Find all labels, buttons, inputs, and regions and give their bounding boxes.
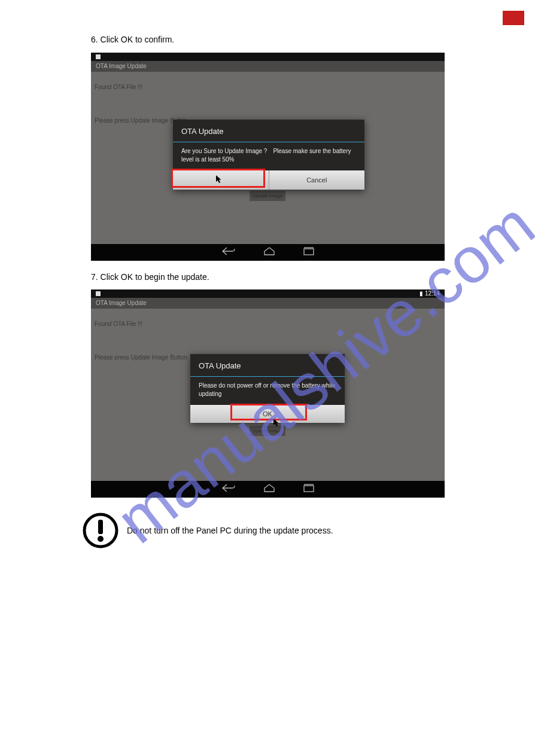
step-7-text: 7. Click OK to begin the update.	[91, 272, 209, 282]
status-icon	[96, 291, 101, 296]
dialog-button-row: OK Cancel	[173, 170, 364, 190]
cancel-button[interactable]: Cancel	[269, 170, 365, 190]
clock-text: 12:14	[425, 290, 440, 297]
recent-icon[interactable]	[303, 247, 314, 258]
back-icon[interactable]	[222, 247, 235, 258]
dialog-title: OTA Update	[199, 361, 336, 370]
nav-icons	[222, 247, 314, 258]
status-bar	[91, 53, 445, 61]
cursor-icon	[273, 419, 279, 429]
home-icon[interactable]	[264, 484, 275, 495]
found-file-text: Found OTA File !!!	[95, 84, 142, 90]
screenshot-1: OTA Image Update Found OTA File !!! Plea…	[91, 53, 445, 261]
status-icon	[96, 54, 101, 59]
app-title-bar: OTA Image Update	[91, 61, 445, 72]
nav-icons	[222, 484, 314, 495]
dialog-body: Please do not power off or remove the ba…	[190, 377, 345, 405]
dialog-button-row: OK	[190, 405, 345, 423]
update-image-button[interactable]: Update Image	[250, 426, 285, 436]
nav-bar	[91, 481, 445, 498]
warning-icon	[83, 513, 118, 548]
svg-rect-2	[304, 486, 314, 492]
dialog-title: OTA Update	[181, 127, 356, 136]
ota-confirm-dialog: OTA Update Are you Sure to Update Image …	[173, 120, 364, 190]
svg-point-6	[98, 536, 104, 542]
screenshot-2: ▮ 12:14 OTA Image Update Found OTA File …	[91, 289, 445, 498]
cursor-icon	[216, 175, 222, 185]
svg-rect-0	[304, 249, 314, 255]
dialog-header: OTA Update	[190, 354, 345, 373]
page-corner-badge	[503, 11, 524, 25]
cancel-label: Cancel	[306, 176, 327, 184]
step-6-text: 6. Click OK to confirm.	[91, 35, 174, 44]
dialog-header: OTA Update	[173, 120, 364, 138]
found-file-text: Found OTA File !!!	[95, 321, 142, 327]
svg-rect-5	[98, 520, 103, 534]
status-time: ▮ 12:14	[420, 290, 440, 297]
back-icon[interactable]	[222, 484, 235, 495]
home-icon[interactable]	[264, 247, 275, 258]
battery-icon: ▮	[420, 290, 423, 297]
ok-button[interactable]: OK	[263, 410, 272, 417]
ota-warning-dialog: OTA Update Please do not power off or re…	[190, 354, 345, 423]
nav-bar	[91, 244, 445, 261]
ok-button[interactable]: OK	[173, 170, 269, 190]
recent-icon[interactable]	[303, 484, 314, 495]
warning-row: Do not turn off the Panel PC during the …	[83, 513, 333, 548]
update-image-button[interactable]: Update Image	[250, 191, 285, 201]
dialog-body: Are you Sure to Update Image ? Please ma…	[173, 142, 364, 170]
app-title-bar: OTA Image Update	[91, 298, 445, 309]
status-bar: ▮ 12:14	[91, 289, 445, 298]
warning-text: Do not turn off the Panel PC during the …	[127, 526, 333, 535]
press-update-text: Please press Update Image Button	[95, 354, 187, 361]
